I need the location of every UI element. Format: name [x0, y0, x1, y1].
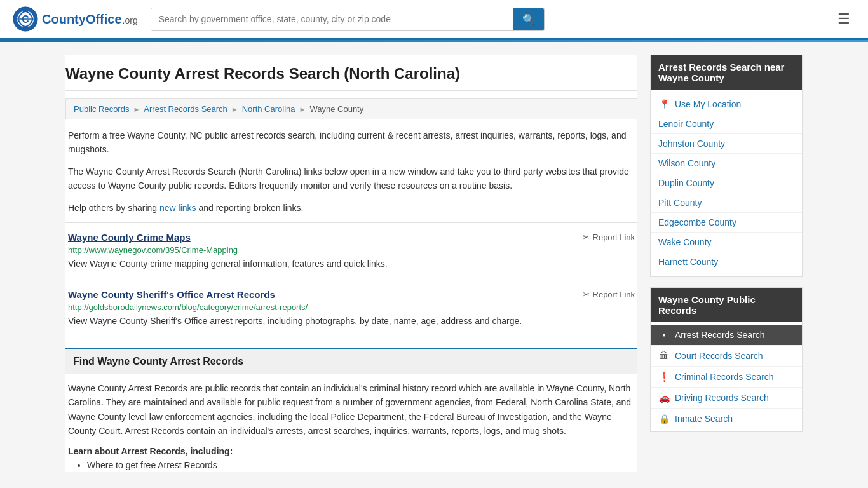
- result-item-1: Wayne County Crime Maps ✂ Report Link ht…: [65, 222, 637, 280]
- result-header-1: Wayne County Crime Maps ✂ Report Link: [68, 232, 635, 243]
- sidebar: Arrest Records Search near Wayne County …: [650, 55, 803, 472]
- find-section-header: Find Wayne County Arrest Records: [65, 348, 637, 374]
- sidebar-link-duplin[interactable]: Duplin County: [651, 173, 802, 193]
- report-label-2: Report Link: [593, 290, 635, 299]
- sidebar-link-lenoir[interactable]: Lenoir County: [651, 114, 802, 134]
- result-desc-2: View Wayne County Sheriff's Office arres…: [68, 315, 635, 328]
- breadcrumb-public-records[interactable]: Public Records: [74, 104, 129, 114]
- header: C CountyOffice.org 🔍 ☰: [0, 0, 868, 40]
- sidebar-link-edgecombe-label: Edgecombe County: [658, 217, 736, 227]
- sidebar-link-wake-label: Wake County: [658, 237, 712, 247]
- scissors-icon-2: ✂: [583, 290, 590, 299]
- pub-link-driving-label: Driving Records Search: [675, 393, 769, 403]
- sidebar-link-wake[interactable]: Wake County: [651, 233, 802, 252]
- sidebar-link-harnett-label: Harnett County: [658, 257, 718, 267]
- nearby-links: 📍 Use My Location Lenoir County Johnston…: [651, 90, 802, 276]
- description-para1: Perform a free Wayne County, NC public a…: [65, 128, 637, 157]
- search-input[interactable]: [151, 9, 513, 29]
- report-link-btn-2[interactable]: ✂ Report Link: [583, 290, 635, 299]
- public-records-section-title: Wayne County Public Records: [651, 288, 802, 322]
- pub-link-court-label: Court Records Search: [675, 351, 763, 361]
- sidebar-link-use-my-location[interactable]: 📍 Use My Location: [651, 95, 802, 114]
- result-url-2[interactable]: http://goldsborodailynews.com/blog/categ…: [68, 302, 635, 312]
- sidebar-link-wilson[interactable]: Wilson County: [651, 154, 802, 173]
- sidebar-link-wilson-label: Wilson County: [658, 158, 715, 168]
- pub-link-arrest-records[interactable]: ▪ Arrest Records Search: [651, 325, 802, 346]
- sidebar-link-lenoir-label: Lenoir County: [658, 119, 714, 129]
- result-title-1[interactable]: Wayne County Crime Maps: [68, 232, 191, 243]
- nearby-section-title: Arrest Records Search near Wayne County: [651, 55, 802, 90]
- driving-records-icon: 🚗: [658, 393, 670, 403]
- pub-link-criminal-label: Criminal Records Search: [675, 372, 774, 382]
- criminal-records-icon: ❗: [658, 372, 670, 382]
- pub-link-court-records[interactable]: 🏛 Court Records Search: [651, 346, 802, 367]
- main-content: Wayne County Arrest Records Search (Nort…: [65, 55, 637, 472]
- bc-sep-2: ►: [231, 105, 238, 113]
- pub-link-inmate-search[interactable]: 🔒 Inmate Search: [651, 409, 802, 429]
- result-header-2: Wayne County Sheriff's Office Arrest Rec…: [68, 289, 635, 300]
- pub-link-inmate-label: Inmate Search: [675, 414, 733, 424]
- logo-suffix: .org: [123, 15, 138, 25]
- pub-link-criminal-records[interactable]: ❗ Criminal Records Search: [651, 367, 802, 388]
- result-desc-1: View Wayne County crime mapping general …: [68, 257, 635, 271]
- bc-sep-1: ►: [133, 105, 140, 113]
- result-item-2: Wayne County Sheriff's Office Arrest Rec…: [65, 280, 637, 337]
- breadcrumb-north-carolina[interactable]: North Carolina: [242, 104, 295, 114]
- search-button[interactable]: 🔍: [513, 8, 544, 30]
- breadcrumb: Public Records ► Arrest Records Search ►…: [65, 98, 637, 119]
- description-para3: Help others by sharing new links and rep…: [65, 201, 637, 215]
- pub-link-driving-records[interactable]: 🚗 Driving Records Search: [651, 388, 802, 409]
- result-url-1[interactable]: http://www.waynegov.com/395/Crime-Mappin…: [68, 245, 635, 255]
- scissors-icon-1: ✂: [583, 233, 590, 242]
- use-my-location-label: Use My Location: [675, 99, 741, 109]
- menu-button[interactable]: ☰: [832, 8, 855, 30]
- find-section-body: Wayne County Arrest Records are public r…: [65, 381, 637, 470]
- sidebar-link-edgecombe[interactable]: Edgecombe County: [651, 213, 802, 233]
- breadcrumb-arrest-records[interactable]: Arrest Records Search: [144, 104, 227, 114]
- logo[interactable]: C CountyOffice.org: [13, 6, 138, 32]
- new-links-link[interactable]: new links: [159, 203, 196, 213]
- page-title: Wayne County Arrest Records Search (Nort…: [65, 55, 637, 91]
- result-title-2[interactable]: Wayne County Sheriff's Office Arrest Rec…: [68, 289, 275, 300]
- sidebar-link-pitt-label: Pitt County: [658, 198, 702, 208]
- logo-icon: C: [13, 6, 38, 32]
- sidebar-link-johnston-label: Johnston County: [658, 139, 725, 149]
- search-bar: 🔍: [151, 8, 545, 31]
- find-body-text: Wayne County Arrest Records are public r…: [68, 381, 635, 438]
- pub-link-arrest-label: Arrest Records Search: [675, 330, 765, 340]
- sidebar-link-harnett[interactable]: Harnett County: [651, 252, 802, 271]
- learn-header: Learn about Arrest Records, including:: [68, 446, 635, 456]
- report-link-btn-1[interactable]: ✂ Report Link: [583, 233, 635, 242]
- location-pin-icon: 📍: [658, 99, 670, 109]
- sidebar-link-johnston[interactable]: Johnston County: [651, 134, 802, 154]
- inmate-search-icon: 🔒: [658, 414, 670, 424]
- find-section-title: Find Wayne County Arrest Records: [73, 356, 630, 367]
- nearby-section: Arrest Records Search near Wayne County …: [650, 55, 803, 277]
- arrest-records-icon: ▪: [658, 330, 670, 340]
- sidebar-link-pitt[interactable]: Pitt County: [651, 193, 802, 213]
- breadcrumb-wayne-county: Wayne County: [309, 104, 363, 114]
- description-para2: The Wayne County Arrest Records Search (…: [65, 165, 637, 193]
- court-records-icon: 🏛: [658, 351, 670, 361]
- public-records-links: ▪ Arrest Records Search 🏛 Court Records …: [651, 322, 802, 431]
- learn-list: Where to get free Arrest Records: [68, 460, 635, 470]
- bc-sep-3: ►: [299, 105, 306, 113]
- public-records-section: Wayne County Public Records ▪ Arrest Rec…: [650, 287, 803, 432]
- learn-list-item-1: Where to get free Arrest Records: [87, 460, 635, 470]
- content-wrapper: Wayne County Arrest Records Search (Nort…: [53, 42, 815, 485]
- logo-county: CountyOffice: [42, 12, 122, 27]
- sidebar-link-duplin-label: Duplin County: [658, 178, 714, 188]
- report-label-1: Report Link: [593, 233, 635, 242]
